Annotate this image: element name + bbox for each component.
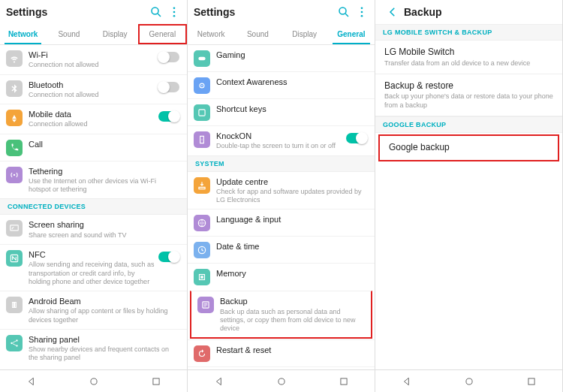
sub: Share screen and sound with TV — [29, 231, 179, 240]
update-icon — [194, 177, 210, 194]
tab-display[interactable]: Display — [92, 24, 138, 44]
svg-point-5 — [14, 173, 15, 175]
section-connected-devices: CONNECTED DEVICES — [0, 198, 187, 215]
label: Date & time — [216, 241, 367, 252]
recent-nav-icon[interactable] — [526, 376, 537, 387]
wifi-toggle[interactable] — [158, 52, 179, 62]
sub: Allow sending and receiving data, such a… — [29, 261, 155, 286]
section-lg-backup: LG MOBILE SWITCH & BACKUP — [375, 24, 562, 41]
row-wifi[interactable]: Wi-FiConnection not allowed — [0, 45, 187, 74]
row-knockon[interactable]: KnockONDouble-tap the screen to turn it … — [188, 125, 375, 155]
svg-line-1 — [158, 14, 161, 17]
recent-nav-icon[interactable] — [151, 376, 161, 387]
row-context-awareness[interactable]: Context Awareness — [188, 71, 375, 98]
label: Tethering — [29, 166, 179, 176]
tab-network[interactable]: Network — [188, 24, 234, 44]
home-nav-icon[interactable] — [89, 376, 99, 387]
page-title: Backup — [404, 6, 556, 18]
row-nfc[interactable]: NFCAllow sending and receiving data, suc… — [0, 244, 187, 291]
tab-general[interactable]: General — [328, 24, 375, 44]
tab-general[interactable]: General — [138, 24, 187, 44]
svg-rect-26 — [200, 276, 203, 279]
nav-bar — [0, 369, 187, 392]
label: Backup — [220, 296, 363, 306]
svg-point-20 — [201, 85, 203, 86]
nfc-toggle[interactable] — [158, 252, 179, 262]
svg-point-2 — [173, 7, 176, 9]
row-about-phone[interactable]: About phone — [188, 366, 375, 369]
tab-display[interactable]: Display — [282, 24, 328, 44]
label: Mobile data — [29, 109, 155, 119]
row-sharing-panel[interactable]: Sharing panelShow nearby devices and fre… — [0, 329, 187, 367]
row-bluetooth[interactable]: BluetoothConnection not allowed — [0, 74, 187, 104]
svg-rect-12 — [152, 378, 158, 384]
svg-rect-21 — [199, 110, 205, 116]
row-tethering[interactable]: TetheringUse the Internet on other devic… — [0, 161, 187, 199]
row-memory[interactable]: Memory — [188, 263, 375, 290]
row-gaming[interactable]: Gaming — [188, 45, 375, 71]
reset-icon — [194, 345, 210, 362]
recent-nav-icon[interactable] — [339, 376, 349, 387]
row-update-centre[interactable]: Update centreCheck for app and software … — [188, 172, 375, 210]
row-mobile-data[interactable]: Mobile dataConnection allowed — [0, 104, 187, 134]
row-android-beam[interactable]: Android BeamAllow sharing of app content… — [0, 291, 187, 329]
row-date-time[interactable]: Date & time — [188, 236, 375, 263]
memory-icon — [194, 269, 210, 285]
svg-rect-6 — [11, 225, 19, 231]
tab-sound[interactable]: Sound — [234, 24, 281, 44]
svg-rect-32 — [528, 378, 534, 384]
row-screen-sharing[interactable]: Screen sharingShare screen and sound wit… — [0, 215, 187, 244]
call-icon — [6, 140, 23, 156]
label: Backup & restore — [384, 80, 553, 92]
svg-line-14 — [345, 14, 348, 17]
label: Wi-Fi — [29, 50, 155, 60]
more-icon[interactable] — [355, 5, 369, 19]
row-backup[interactable]: BackupBack up data such as personal data… — [190, 291, 372, 339]
sub: Connection allowed — [29, 120, 155, 128]
knockon-toggle[interactable] — [346, 133, 367, 143]
search-icon[interactable] — [149, 5, 163, 19]
nfc-icon — [6, 250, 23, 267]
svg-point-31 — [465, 378, 471, 384]
sub: Back up your phone's data or restore dat… — [384, 92, 553, 110]
row-lg-mobile-switch[interactable]: LG Mobile Switch Transfer data from an o… — [375, 41, 562, 74]
home-nav-icon[interactable] — [464, 376, 474, 387]
sub: Double-tap the screen to turn it on or o… — [216, 142, 343, 150]
search-icon[interactable] — [337, 5, 351, 19]
row-shortcut-keys[interactable]: Shortcut keys — [188, 98, 375, 125]
back-nav-icon[interactable] — [214, 376, 224, 387]
svg-point-11 — [90, 378, 96, 384]
tab-network[interactable]: Network — [0, 24, 46, 44]
label: Android Beam — [29, 296, 179, 306]
svg-point-0 — [152, 8, 158, 14]
bluetooth-toggle[interactable] — [158, 82, 179, 92]
home-nav-icon[interactable] — [276, 376, 287, 387]
label: Restart & reset — [216, 345, 367, 355]
header: Settings — [0, 0, 187, 24]
row-language-input[interactable]: Language & input — [188, 209, 375, 236]
label: Memory — [216, 268, 367, 279]
header: Settings — [188, 0, 375, 24]
label: LG Mobile Switch — [384, 47, 553, 59]
svg-point-16 — [361, 11, 363, 14]
back-nav-icon[interactable] — [26, 376, 37, 387]
shortcut-icon — [194, 104, 210, 121]
back-nav-icon[interactable] — [402, 376, 412, 387]
bluetooth-icon — [6, 80, 23, 97]
svg-rect-30 — [340, 378, 346, 384]
wifi-icon — [6, 50, 23, 67]
label: Bluetooth — [29, 80, 155, 90]
back-icon[interactable] — [386, 5, 399, 19]
row-call[interactable]: Call — [0, 134, 187, 161]
tab-sound[interactable]: Sound — [46, 24, 92, 44]
more-icon[interactable] — [167, 5, 181, 19]
row-backup-restore[interactable]: Backup & restore Back up your phone's da… — [375, 74, 562, 116]
context-icon — [194, 77, 210, 94]
svg-point-15 — [361, 7, 363, 9]
svg-point-4 — [173, 15, 176, 17]
mobile-data-toggle[interactable] — [158, 111, 179, 122]
row-google-backup[interactable]: Google backup — [378, 134, 559, 161]
row-restart-reset[interactable]: Restart & reset — [188, 339, 375, 366]
sub: Back up data such as personal data and s… — [220, 308, 363, 333]
tethering-icon — [6, 167, 23, 183]
